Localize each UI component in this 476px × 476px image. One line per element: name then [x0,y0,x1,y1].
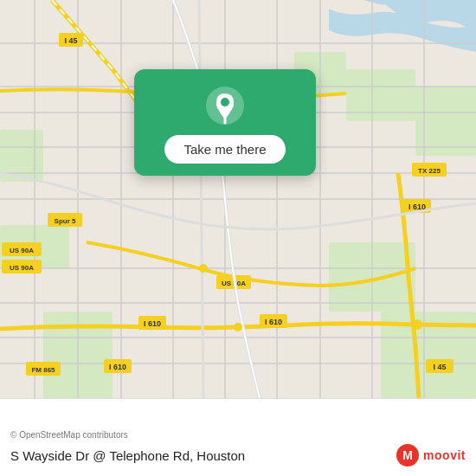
svg-text:Spur 5: Spur 5 [55,217,76,225]
svg-text:US 90A: US 90A [10,247,34,254]
location-pin-icon [204,85,246,126]
svg-text:US 90A: US 90A [10,264,34,272]
take-me-there-button[interactable]: Take me there [164,135,285,164]
svg-text:TX 225: TX 225 [418,167,441,175]
address-row: S Wayside Dr @ Telephone Rd, Houston M m… [10,443,466,467]
bottom-bar: © OpenStreetMap contributors S Wayside D… [0,398,476,476]
svg-point-55 [234,323,242,331]
svg-text:I 45: I 45 [64,36,77,45]
svg-text:I 610: I 610 [109,363,126,371]
svg-text:M: M [402,448,413,462]
svg-rect-2 [346,69,415,121]
moovit-logo: M moovit [396,443,466,467]
svg-text:I 610: I 610 [265,318,282,326]
svg-point-56 [412,319,422,330]
svg-text:FM 865: FM 865 [31,366,55,374]
address-text: S Wayside Dr @ Telephone Rd, Houston [10,448,245,463]
svg-point-54 [199,264,208,273]
location-card: Take me there [134,69,316,176]
moovit-label: moovit [423,448,466,462]
svg-point-60 [221,98,229,106]
svg-text:I 45: I 45 [433,363,446,371]
svg-text:I 610: I 610 [144,319,161,328]
copyright-text: © OpenStreetMap contributors [10,430,466,440]
moovit-icon: M [396,443,420,467]
map-container: I 45 US 90A US 90A US 90A Spur 5 US 90A … [0,0,476,398]
